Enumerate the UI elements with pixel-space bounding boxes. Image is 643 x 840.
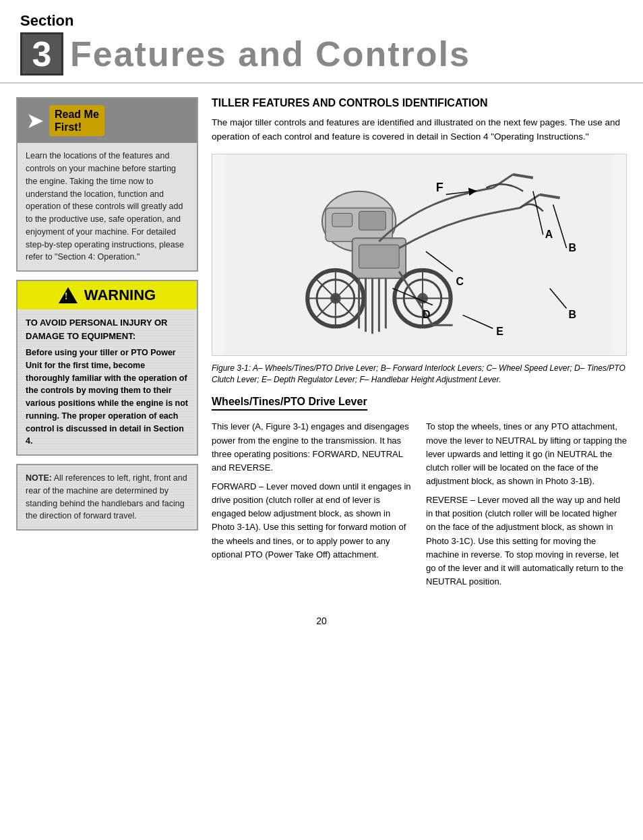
svg-text:A: A (545, 229, 553, 240)
section-number: 3 (20, 32, 63, 76)
left-text-col: This lever (A, Figure 3-1) engages and d… (212, 420, 412, 594)
note-label: NOTE: (26, 473, 52, 483)
subsection-title: Wheels/Tines/PTO Drive Lever (212, 396, 367, 411)
warning-body: TO AVOID PERSONAL INJURY OR DAMAGE TO EQ… (18, 309, 197, 454)
svg-text:B: B (569, 309, 576, 320)
figure-caption: Figure 3-1: A– Wheels/Tines/PTO Drive Le… (212, 363, 627, 386)
read-me-title: Read Me First! (49, 105, 104, 136)
svg-rect-3 (332, 213, 353, 227)
left-column: ➤ Read Me First! Learn the locations of … (16, 97, 198, 594)
title-row: 3 Features and Controls (20, 32, 623, 76)
page-title: Features and Controls (70, 34, 470, 74)
warning-box: WARNING TO AVOID PERSONAL INJURY OR DAMA… (16, 280, 198, 456)
two-col-text: This lever (A, Figure 3-1) engages and d… (212, 420, 627, 594)
body-content: ➤ Read Me First! Learn the locations of … (0, 97, 643, 607)
svg-text:E: E (496, 326, 503, 337)
right-para-2: REVERSE – Lever moved all the way up and… (426, 493, 627, 589)
right-text-col: To stop the wheels, tines or any PTO att… (426, 420, 627, 594)
right-para-1: To stop the wheels, tines or any PTO att… (426, 420, 627, 488)
read-me-header: ➤ Read Me First! (18, 98, 197, 143)
read-me-arrow-icon: ➤ (27, 110, 42, 132)
svg-text:F: F (436, 180, 443, 193)
svg-text:C: C (456, 276, 464, 287)
svg-text:B: B (569, 242, 576, 253)
warning-triangle-icon (59, 287, 78, 303)
left-para-2: FORWARD – Lever moved down until it enga… (212, 480, 412, 562)
main-heading: TILLER FEATURES AND CONTROLS IDENTIFICAT… (212, 97, 627, 109)
svg-rect-4 (359, 211, 386, 230)
tiller-diagram: F A B C D E (212, 154, 627, 356)
right-column: TILLER FEATURES AND CONTROLS IDENTIFICAT… (212, 97, 627, 594)
diagram-svg: F A B C D E (212, 154, 626, 355)
svg-rect-6 (359, 245, 400, 268)
section-label: Section (20, 12, 623, 30)
page-number: 20 (0, 607, 643, 632)
read-me-body: Learn the locations of the features and … (18, 143, 197, 270)
intro-paragraph: The major tiller controls and features a… (212, 116, 627, 144)
svg-text:D: D (423, 309, 430, 320)
warning-subtitle: TO AVOID PERSONAL INJURY OR DAMAGE TO EQ… (26, 316, 189, 342)
warning-text: Before using your tiller or PTO Power Un… (26, 347, 189, 448)
left-para-1: This lever (A, Figure 3-1) engages and d… (212, 420, 412, 475)
warning-title: WARNING (84, 287, 156, 304)
warning-header: WARNING (18, 281, 197, 309)
read-me-box: ➤ Read Me First! Learn the locations of … (16, 97, 198, 272)
page-header: Section 3 Features and Controls (0, 0, 643, 84)
note-box: NOTE: All references to left, right, fro… (16, 464, 198, 531)
